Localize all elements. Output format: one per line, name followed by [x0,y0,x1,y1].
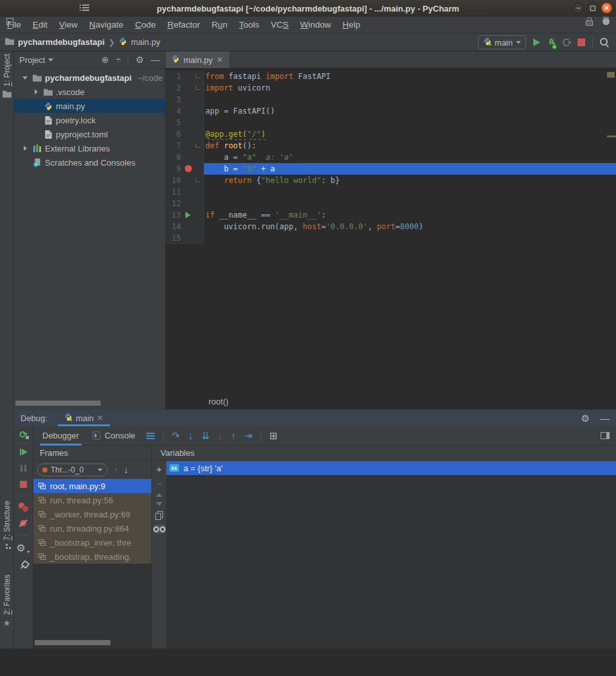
code-text[interactable]: b = "b" + a [204,163,616,175]
line-number[interactable]: 13 [166,209,182,221]
code-text[interactable]: def root(): [204,140,616,152]
lock-icon[interactable] [585,17,592,26]
line-number[interactable]: 12 [166,198,182,209]
project-view-title[interactable]: Project [19,55,45,65]
collapse-all-icon[interactable]: ÷ [116,55,121,65]
tab-debugger[interactable]: Debugger [40,426,81,446]
project-tree-item-pycharmdebugfastapi[interactable]: pycharmdebugfastapi~/code [14,71,165,85]
debug-settings-button[interactable]: ⚙▼ [16,542,30,554]
variable-row[interactable]: 01a = {str} 'a' [166,461,616,475]
project-tree-item--vscode[interactable]: .vscode [14,85,165,99]
frame-row[interactable]: _worker, thread.py:69 [33,507,151,521]
chevron-down-icon[interactable] [48,58,53,62]
menu-item-refactor[interactable]: Refactor [162,20,206,30]
menu-item-view[interactable]: View [53,20,83,30]
line-number[interactable]: 14 [166,221,182,232]
force-step-into-button[interactable]: ↓ [218,431,223,440]
search-everywhere-icon[interactable] [600,38,610,48]
context-function[interactable]: root() [209,397,228,406]
menu-item-window[interactable]: Window [295,20,337,30]
frame-row[interactable]: _bootstrap_inner, thre [33,535,151,550]
run-gutter-icon[interactable] [185,212,191,218]
highlighting-level-icon[interactable] [603,18,610,25]
stop-button[interactable] [578,39,585,46]
breadcrumb-file[interactable]: main.py [131,37,160,47]
line-number[interactable]: 10 [166,175,182,186]
project-horizontal-scrollbar[interactable] [15,401,101,406]
show-watches-toggle[interactable] [153,524,166,533]
line-number[interactable]: 8 [166,152,182,163]
duplicate-watch-button[interactable] [155,511,163,519]
menu-item-tools[interactable]: Tools [233,20,265,30]
pause-button[interactable] [21,465,26,472]
menu-item-navigate[interactable]: Navigate [83,20,129,30]
editor-tab-main-py[interactable]: main.py ✕ [166,51,229,68]
fold-marker-icon[interactable] [196,143,200,148]
breakpoint-icon[interactable] [185,165,192,172]
gear-icon[interactable]: ⚙ [581,413,590,423]
maximize-button[interactable] [587,3,598,13]
line-number[interactable]: 6 [166,128,182,140]
code-text[interactable]: from fastapi import FastAPI [204,71,616,82]
frame-row[interactable]: run, thread.py:56 [33,493,151,507]
run-button[interactable] [533,39,540,46]
fold-marker-icon[interactable] [196,74,200,78]
mute-breakpoints-button[interactable] [19,519,28,528]
line-number[interactable]: 2 [166,82,182,94]
line-number[interactable]: 3 [166,94,182,105]
close-tab-icon[interactable]: ✕ [217,55,223,64]
gear-icon[interactable]: ⚙ [135,55,144,65]
project-tree-item-main-py[interactable]: main.py [14,99,165,113]
expand-arrow-icon[interactable] [22,76,28,80]
code-text[interactable] [204,232,616,244]
code-text[interactable] [204,117,616,128]
fold-marker-icon[interactable] [196,85,200,90]
tab-console[interactable]: Console [90,426,138,446]
menu-item-file[interactable]: File [1,20,27,30]
run-to-cursor-button[interactable]: ⇥ [244,431,252,440]
code-text[interactable] [204,94,616,105]
next-frame-button[interactable]: ↓ [124,465,128,475]
resume-button[interactable] [20,449,28,455]
code-text[interactable]: if __name__ == '__main__': [204,209,616,221]
project-tree-item-pyproject-toml[interactable]: pyproject.toml [14,127,165,141]
project-tree-item-poetry-lock[interactable]: poetry.lock [14,113,165,127]
minimize-button[interactable]: − [573,3,584,13]
locate-file-icon[interactable]: ⊕ [101,55,109,65]
menu-item-run[interactable]: Run [206,20,234,30]
code-text[interactable]: @app.get("/") [204,128,616,140]
code-text[interactable] [204,198,616,209]
menu-item-edit[interactable]: Edit [27,20,53,30]
restore-layout-icon[interactable] [601,432,610,439]
breadcrumb-project[interactable]: pycharmdebugfastapi [18,37,105,47]
line-number[interactable]: 1 [166,71,182,82]
project-tree-item-external-libraries[interactable]: External Libraries [14,141,165,155]
frame-row[interactable]: _bootstrap, threading. [33,550,151,564]
remove-watch-button[interactable]: − [157,479,162,488]
code-text[interactable] [204,186,616,198]
previous-frame-button[interactable]: ↑ [114,465,118,475]
step-into-my-code-button[interactable]: ⇊ [201,431,210,440]
line-number[interactable]: 4 [166,105,182,117]
debug-button[interactable] [547,37,556,48]
menu-item-vcs[interactable]: VCS [265,20,295,30]
step-over-button[interactable]: ↷ [172,431,180,440]
inspection-status-indicator[interactable] [607,72,615,78]
menu-item-help[interactable]: Help [337,20,366,30]
project-tree-item-scratches-and-consoles[interactable]: Scratches and Consoles [14,155,165,169]
fold-marker-icon[interactable] [196,178,200,182]
code-text[interactable]: app = FastAPI() [204,105,616,117]
close-button[interactable]: ✕ [601,3,612,13]
warning-stripe-mark[interactable] [607,135,616,137]
close-session-icon[interactable]: ✕ [97,413,103,422]
evaluate-expression-button[interactable]: ⊞ [270,430,278,442]
code-text[interactable]: a = "a" a: 'a' [204,152,616,163]
hide-panel-icon[interactable]: — [600,413,610,424]
add-watch-button[interactable]: + [157,464,162,474]
thread-dropdown[interactable]: Thr...-0_0 [37,464,108,476]
line-number[interactable]: 11 [166,186,182,198]
move-watch-down-button[interactable] [156,502,162,506]
frames-horizontal-scrollbar[interactable] [35,640,110,645]
pin-tab-icon[interactable] [17,559,30,571]
code-text[interactable]: uvicorn.run(app, host='0.0.0.0', port=80… [204,221,616,232]
